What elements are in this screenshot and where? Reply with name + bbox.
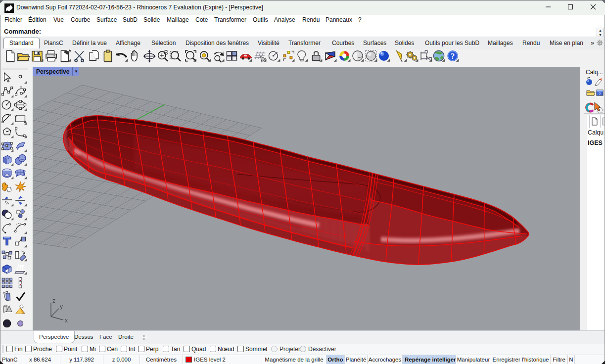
svg-text:?: ? xyxy=(599,91,601,96)
svg-text:?: ? xyxy=(451,51,455,61)
svg-text:y: y xyxy=(60,303,63,310)
svg-text:z: z xyxy=(52,297,55,304)
svg-text:x: x xyxy=(65,317,68,324)
